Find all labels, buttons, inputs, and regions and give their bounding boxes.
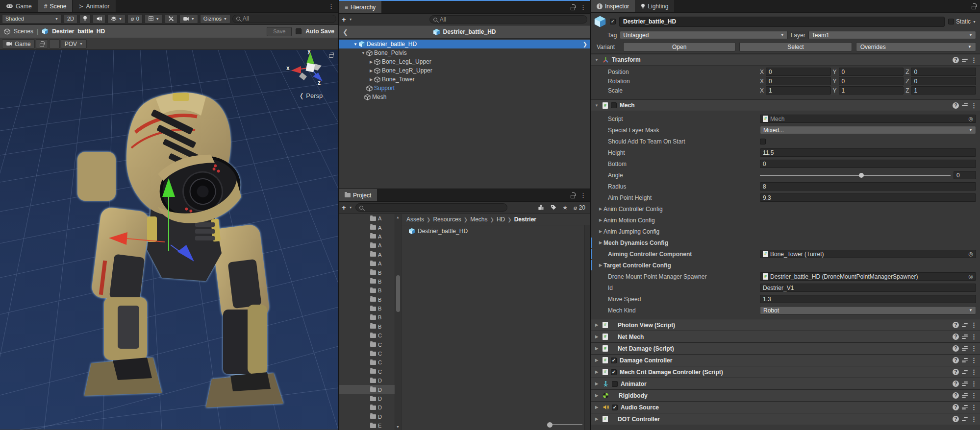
preset-icon[interactable] (962, 346, 968, 351)
component-mech-crit-damage-controller[interactable]: ▶ # ✓ Mech Crit Damage Controller (Scrip… (591, 366, 980, 378)
preset-icon[interactable] (962, 370, 968, 374)
help-icon[interactable]: ? (953, 322, 959, 328)
foldout-icon[interactable]: ▶ (598, 240, 603, 245)
help-icon[interactable]: ? (953, 404, 959, 410)
hierarchy-search-input[interactable]: All (429, 15, 587, 24)
mech-dynamics-config-row[interactable]: ▶Mech Dynamics Config (591, 237, 980, 248)
tree-row[interactable]: ▼ Destrier_battle_HD ❯ (339, 40, 590, 48)
project-search-input[interactable] (355, 203, 507, 212)
folder-row[interactable]: B (339, 286, 401, 295)
transform-header[interactable]: ▼ Transform ? ⋮ (591, 54, 980, 66)
scale-y-field[interactable]: 1 (839, 86, 904, 95)
kebab-icon[interactable]: ⋮ (971, 322, 977, 328)
angle-slider[interactable] (760, 172, 951, 178)
foldout-icon[interactable]: ▶ (368, 60, 374, 64)
foldout-icon[interactable]: ▶ (594, 393, 600, 398)
folder-row[interactable]: E (339, 421, 401, 430)
drone-spawner-object-field[interactable]: # Destrier_battle_HD (DroneMountPointMan… (760, 272, 976, 281)
tree-row[interactable]: ▶ Bone_Tower (339, 75, 590, 84)
crumb-mechs[interactable]: Mechs (470, 216, 487, 223)
project-content[interactable]: Assets❯ Resources❯ Mechs❯ HD❯ Destrier D… (402, 214, 590, 430)
component-photon-view[interactable]: ▶ # Photon View (Script) ?⋮ (591, 319, 980, 331)
foldout-icon[interactable]: ▶ (598, 229, 603, 234)
preset-icon[interactable] (962, 417, 968, 421)
slider-thumb[interactable] (859, 173, 864, 178)
project-asset-item[interactable]: Destrier_battle_HD (402, 226, 590, 236)
add-asset-button[interactable]: + (342, 204, 346, 211)
anim-motion-config-row[interactable]: ▶Anim Motion Config (591, 215, 980, 226)
kebab-icon[interactable]: ⋮ (971, 57, 977, 63)
folder-row-selected[interactable]: D (339, 385, 401, 394)
position-y-field[interactable]: 0 (839, 68, 904, 76)
chevron-down-icon[interactable]: ▼ (973, 20, 976, 24)
viewport-lock-icon[interactable] (329, 54, 333, 58)
folder-row[interactable]: B (339, 322, 401, 331)
project-kebab-icon[interactable]: ⋮ (580, 192, 586, 198)
component-animator[interactable]: ▶ Animator ?⋮ (591, 378, 980, 389)
kebab-icon[interactable]: ⋮ (971, 392, 977, 399)
folder-row[interactable]: D (339, 412, 401, 421)
tree-row[interactable]: ▶ Bone_LegL_Upper (339, 57, 590, 66)
help-icon[interactable]: ? (953, 381, 959, 387)
foldout-icon[interactable]: ▶ (594, 405, 600, 409)
shading-mode-dropdown[interactable]: Shaded ▼ (2, 14, 62, 24)
auto-save-checkbox[interactable] (296, 28, 302, 34)
tab-lighting[interactable]: Lighting (635, 0, 674, 12)
scroll-up-icon[interactable]: ▲ (396, 215, 400, 219)
component-tools-button[interactable] (165, 14, 177, 24)
folder-scrollbar[interactable]: ▲ ▼ (395, 214, 401, 430)
scenes-label[interactable]: Scenes (14, 28, 33, 35)
axis-y-label[interactable]: y (307, 50, 311, 54)
project-folder-column[interactable]: A A A A A A B B B B B B B C C C C C D D (339, 214, 402, 430)
tree-row[interactable]: Mesh (339, 93, 590, 101)
folder-row[interactable]: B (339, 268, 401, 277)
add-object-button[interactable]: + (342, 16, 346, 23)
foldout-icon[interactable]: ▶ (594, 358, 600, 362)
height-field[interactable]: 11.5 (760, 148, 976, 157)
scale-z-field[interactable]: 1 (911, 86, 976, 95)
scrollbar-thumb[interactable] (396, 275, 400, 312)
should-add-checkbox[interactable] (760, 139, 766, 144)
hierarchy-kebab-icon[interactable]: ⋮ (580, 4, 586, 10)
scene-search-input[interactable]: All (232, 15, 336, 23)
target-controller-config-row[interactable]: ▶Target Controller Config (591, 260, 980, 271)
folder-row[interactable]: A (339, 223, 401, 232)
tab-hierarchy[interactable]: ≡ Hierarchy (339, 1, 381, 13)
folder-row[interactable]: C (339, 358, 401, 367)
aiming-controller-object-field[interactable]: # Bone_Tower (Turret) ◎ (760, 250, 976, 258)
component-net-mech[interactable]: ▶ # Net Mech ?⋮ (591, 331, 980, 342)
preset-icon[interactable] (962, 405, 968, 409)
folder-row[interactable]: B (339, 277, 401, 286)
foldout-icon[interactable]: ▶ (594, 417, 600, 421)
active-checkbox[interactable]: ✓ (610, 19, 616, 24)
tree-row[interactable]: ▶ Bone_LegR_Upper (339, 66, 590, 75)
lighting-toggle-button[interactable] (79, 14, 91, 24)
open-scene-name[interactable]: Destrier_battle_HD (52, 28, 105, 35)
mech-header[interactable]: ▼ # Mech ? ⋮ (591, 99, 980, 111)
component-audio-source[interactable]: ▶ ✓ Audio Source ?⋮ (591, 401, 980, 413)
component-damage-controller[interactable]: ▶ # ✓ Damage Controller ?⋮ (591, 354, 980, 366)
folder-row[interactable]: D (339, 394, 401, 403)
help-icon[interactable]: ? (953, 57, 959, 63)
aim-point-height-field[interactable]: 9.3 (760, 193, 976, 202)
component-net-damage[interactable]: ▶ # Net Damage (Script) ?⋮ (591, 342, 980, 354)
folder-row[interactable]: B (339, 313, 401, 322)
anim-jumping-config-row[interactable]: ▶Anim Jumping Config (591, 226, 980, 237)
preset-icon[interactable] (962, 334, 968, 339)
help-icon[interactable]: ? (953, 357, 959, 363)
kebab-icon[interactable]: ⋮ (971, 334, 977, 340)
foldout-icon[interactable]: ▼ (352, 42, 358, 47)
folder-row[interactable]: D (339, 403, 401, 412)
display-game-button[interactable]: Game (2, 39, 35, 48)
folder-row[interactable]: C (339, 367, 401, 376)
crumb-assets[interactable]: Assets (406, 216, 424, 223)
crumb-destrier[interactable]: Destrier (514, 216, 536, 223)
tree-row[interactable]: ▼ Bone_Pelvis (339, 48, 590, 57)
hidden-objects-button[interactable]: ⌀ 0 (127, 14, 143, 24)
folder-row[interactable]: A (339, 259, 401, 268)
tree-row[interactable]: Support (339, 84, 590, 93)
prefab-header-title[interactable]: Destrier_battle_HD (339, 28, 590, 36)
rotation-y-field[interactable]: 0 (839, 77, 904, 85)
slider-thumb[interactable] (547, 422, 553, 428)
tab-project[interactable]: Project (339, 189, 377, 201)
